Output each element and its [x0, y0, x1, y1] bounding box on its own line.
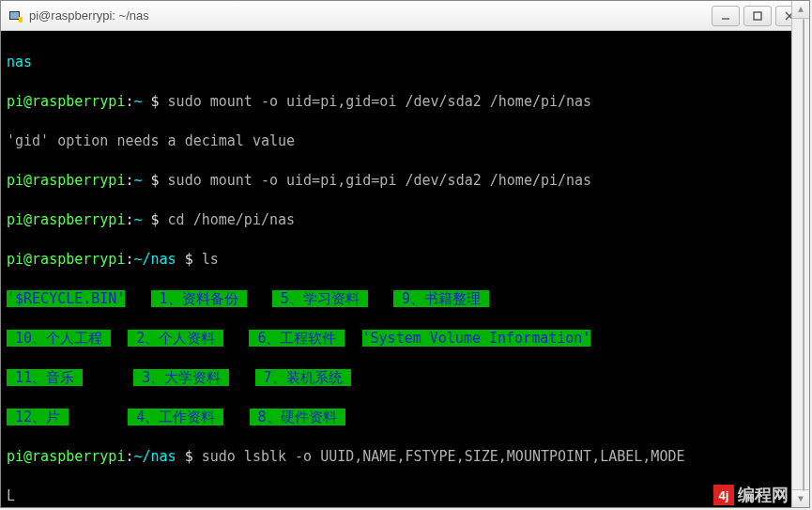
ls-row: 11、音乐 3、大学资料 7、装机系统 — [7, 368, 804, 388]
scrollbar[interactable]: ▲ ▼ — [791, 1, 809, 507]
putty-icon — [8, 8, 23, 23]
window-title: pi@raspberrypi: ~/nas — [29, 8, 712, 23]
output-line: L — [7, 487, 804, 506]
scroll-up-icon[interactable]: ▲ — [792, 1, 809, 19]
prompt-line: pi@raspberrypi:~/nas $ sudo lsblk -o UUI… — [7, 447, 804, 467]
svg-rect-4 — [754, 12, 761, 20]
scroll-thumb[interactable] — [803, 19, 804, 491]
minimize-button[interactable] — [712, 6, 740, 26]
terminal[interactable]: nas pi@raspberrypi:~ $ sudo mount -o uid… — [1, 31, 809, 507]
svg-rect-2 — [19, 17, 23, 23]
prompt-line: pi@raspberrypi:~ $ sudo mount -o uid=pi,… — [7, 92, 804, 112]
scroll-down-icon[interactable]: ▼ — [792, 489, 809, 507]
app-window: pi@raspberrypi: ~/nas nas pi@raspberrypi… — [0, 0, 810, 508]
ls-row: 12、片 4、工作资料 8、硬件资料 — [7, 408, 804, 427]
maximize-button[interactable] — [743, 6, 772, 26]
prompt-line: pi@raspberrypi:~/nas $ ls — [7, 250, 804, 270]
titlebar[interactable]: pi@raspberrypi: ~/nas — [1, 1, 809, 31]
output-line: nas — [7, 53, 804, 72]
prompt-line: pi@raspberrypi:~ $ cd /home/pi/nas — [7, 210, 804, 230]
prompt-line: pi@raspberrypi:~ $ sudo mount -o uid=pi,… — [7, 171, 804, 191]
output-line: 'gid' option needs a decimal value — [7, 131, 804, 151]
svg-rect-1 — [10, 12, 19, 19]
ls-row: 10、个人工程 2、个人资料 6、工程软件 'System Volume Inf… — [7, 329, 804, 348]
ls-row: '$RECYCLE.BIN' 1、资料备份 5、学习资料 9、书籍整理 — [7, 289, 804, 309]
